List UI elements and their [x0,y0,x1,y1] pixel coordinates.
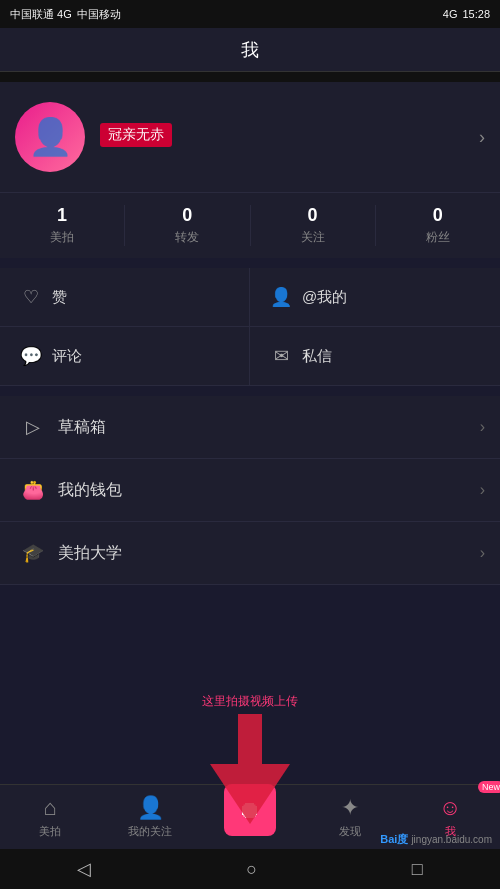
avatar: 👤 [15,102,85,172]
stat-repost-number: 0 [125,205,249,226]
time-label: 15:28 [462,8,490,20]
stats-row: 1 美拍 0 转发 0 关注 0 粉丝 [0,192,500,258]
stat-following[interactable]: 0 关注 [251,205,376,246]
profile-info: 冠亲无赤 [100,123,485,152]
camera-icon: ⏺ [238,796,262,824]
university-arrow-icon: › [480,544,485,562]
separator-1 [0,72,500,82]
heart-icon: ♡ [20,286,42,308]
menu-at[interactable]: 👤 @我的 [250,268,500,327]
wallet-icon: 👛 [20,477,46,503]
system-nav: ◁ ○ □ [0,849,500,889]
nav-discover-label: 发现 [339,824,361,839]
menu-wallet-label: 我的钱包 [58,480,122,501]
drafts-arrow-icon: › [480,418,485,436]
stat-following-number: 0 [251,205,375,226]
arrow-label: 这里拍摄视频上传 [202,693,298,710]
page-title: 我 [241,38,259,62]
status-left: 中国联通 4G 中国移动 [10,7,121,22]
nav-record[interactable]: ⏺ [200,799,300,836]
menu-drafts-label: 草稿箱 [58,417,106,438]
stat-meipai[interactable]: 1 美拍 [0,205,125,246]
menu-university-label: 美拍大学 [58,543,122,564]
comment-icon: 💬 [20,345,42,367]
nav-following-label: 我的关注 [128,824,172,839]
bottom-nav: 这里拍摄视频上传 ⌂ 美拍 👤 我的关注 ⏺ ✦ 发现 ☺ 我 [0,784,500,889]
profile-section[interactable]: 👤 冠亲无赤 › [0,82,500,192]
stat-repost[interactable]: 0 转发 [125,205,250,246]
menu-list: ▷ 草稿箱 › 👛 我的钱包 › 🎓 美拍大学 › [0,396,500,585]
home-button[interactable]: ○ [246,859,257,880]
carrier2-label: 中国移动 [77,7,121,22]
following-icon: 👤 [137,795,164,821]
play-icon: ▷ [20,414,46,440]
nav-following[interactable]: 👤 我的关注 [100,785,200,849]
menu-drafts[interactable]: ▷ 草稿箱 › [0,396,500,459]
menu-comment[interactable]: 💬 评论 [0,327,250,386]
status-right: 4G 15:28 [443,8,490,20]
message-icon: ✉ [270,345,292,367]
menu-like-label: 赞 [52,288,67,307]
avatar-icon: 👤 [28,116,73,158]
record-button[interactable]: ⏺ [224,784,276,836]
signal-label: 4G [443,8,458,20]
stat-meipai-number: 1 [0,205,124,226]
discover-icon: ✦ [341,795,359,821]
stat-followers-number: 0 [376,205,500,226]
at-icon: 👤 [270,286,292,308]
top-nav: 我 [0,28,500,72]
menu-at-label: @我的 [302,288,347,307]
menu-grid: ♡ 赞 👤 @我的 💬 评论 ✉ 私信 [0,268,500,386]
me-icon: ☺ [439,795,461,821]
home-icon: ⌂ [43,795,56,821]
back-button[interactable]: ◁ [77,858,91,880]
graduation-icon: 🎓 [20,540,46,566]
stat-repost-label: 转发 [125,229,249,246]
stat-followers-label: 粉丝 [376,229,500,246]
jingyan-label: jingyan.baidu.com [411,834,492,845]
menu-message-label: 私信 [302,347,332,366]
menu-message[interactable]: ✉ 私信 [250,327,500,386]
stat-followers[interactable]: 0 粉丝 [376,205,500,246]
menu-like[interactable]: ♡ 赞 [0,268,250,327]
baidu-label: Bai度 [380,832,408,847]
arrow-shaft [238,714,262,764]
carrier1-label: 中国联通 4G [10,7,72,22]
status-bar: 中国联通 4G 中国移动 4G 15:28 [0,0,500,28]
wallet-arrow-icon: › [480,481,485,499]
recent-button[interactable]: □ [412,859,423,880]
username-tag: 冠亲无赤 [100,123,172,147]
stat-following-label: 关注 [251,229,375,246]
watermark: Bai度 jingyan.baidu.com [380,832,492,847]
nav-meipai-label: 美拍 [39,824,61,839]
new-badge: New [478,781,500,793]
menu-university[interactable]: 🎓 美拍大学 › [0,522,500,585]
nav-meipai[interactable]: ⌂ 美拍 [0,785,100,849]
menu-wallet[interactable]: 👛 我的钱包 › [0,459,500,522]
stat-meipai-label: 美拍 [0,229,124,246]
menu-comment-label: 评论 [52,347,82,366]
profile-arrow-icon: › [479,127,485,148]
